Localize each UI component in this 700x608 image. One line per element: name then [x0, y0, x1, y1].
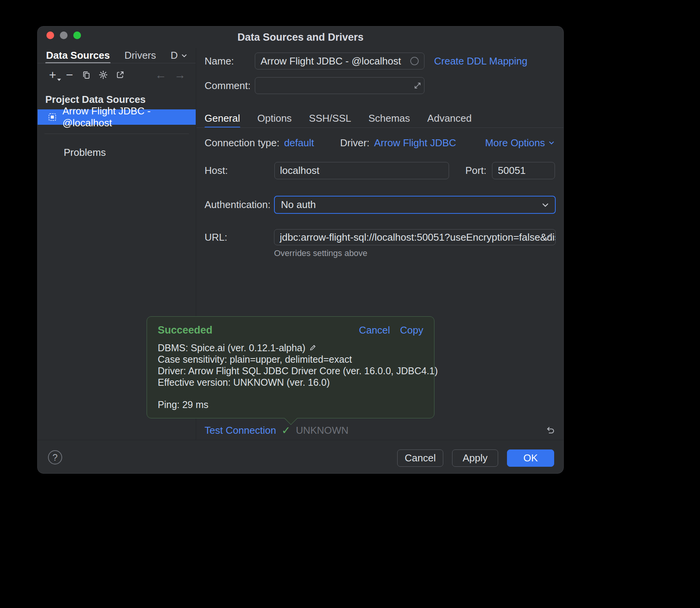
footer: ? Cancel Apply OK — [38, 440, 563, 473]
host-label: Host: — [205, 165, 274, 177]
url-input[interactable]: jdbc:arrow-flight-sql://localhost:50051?… — [274, 229, 556, 245]
settings-button[interactable] — [97, 68, 109, 81]
plus-icon: + — [49, 68, 56, 82]
apply-button[interactable]: Apply — [452, 449, 498, 467]
host-port-row: Host: localhost Port: 50051 — [205, 162, 555, 179]
connection-type-row: Connection type: default Driver: Arrow F… — [205, 136, 555, 149]
tab-ddl-mappings-truncated[interactable]: D — [171, 48, 188, 63]
tab-separator — [196, 127, 563, 128]
create-ddl-mapping-link[interactable]: Create DDL Mapping — [434, 55, 527, 67]
tab-options-label: Options — [258, 112, 292, 124]
sidebar-toolbar: + − — [38, 66, 196, 83]
tab-advanced[interactable]: Advanced — [427, 109, 472, 128]
help-button[interactable]: ? — [48, 450, 62, 464]
question-icon: ? — [53, 452, 58, 463]
chevron-down-icon — [57, 79, 61, 81]
comment-input[interactable] — [255, 77, 424, 94]
driver-label: Driver: — [340, 137, 370, 149]
result-line-case: Case sensitivity: plain=upper, delimited… — [158, 354, 423, 365]
name-value: Arrow Flight JDBC - @localhost — [261, 55, 401, 67]
open-in-new-button[interactable] — [114, 68, 126, 81]
pencil-icon[interactable] — [309, 344, 317, 352]
circle-indicator-icon — [410, 57, 419, 65]
test-connection-row: Test Connection ✓ UNKNOWN — [205, 423, 556, 438]
popup-body: DBMS: Spice.ai (ver. 0.12.1-alpha) Case … — [158, 342, 423, 410]
port-label: Port: — [466, 165, 492, 177]
sidebar-divider — [45, 134, 189, 134]
back-button[interactable]: ← — [155, 68, 167, 81]
url-row: URL: jdbc:arrow-flight-sql://localhost:5… — [205, 229, 556, 245]
connection-type-label: Connection type: — [205, 137, 279, 149]
authentication-value: No auth — [281, 199, 316, 211]
port-input[interactable]: 50051 — [492, 162, 555, 179]
window-title: Data Sources and Drivers — [38, 26, 563, 48]
sidebar-item-problems[interactable]: Problems — [64, 145, 106, 160]
result-line-dbms-text: DBMS: Spice.ai (ver. 0.12.1-alpha) — [158, 342, 305, 354]
duplicate-button[interactable] — [81, 68, 92, 81]
data-source-item-selected[interactable]: Arrow Flight JDBC - @localhost — [38, 109, 196, 125]
url-value: jdbc:arrow-flight-sql://localhost:50051?… — [280, 231, 556, 243]
popup-actions: Cancel Copy — [359, 324, 423, 336]
chevron-down-icon — [548, 139, 555, 146]
ok-button[interactable]: OK — [507, 449, 554, 467]
popup-cancel-link[interactable]: Cancel — [359, 324, 390, 336]
tab-ddl-label: D — [171, 50, 178, 61]
remove-button[interactable]: − — [64, 68, 75, 81]
tab-ssh-ssl-label: SSH/SSL — [309, 112, 351, 124]
port-value: 50051 — [498, 165, 525, 177]
tab-data-sources-label: Data Sources — [46, 50, 110, 61]
more-options-label: More Options — [485, 137, 545, 149]
comment-label: Comment: — [205, 80, 255, 92]
tab-data-sources[interactable]: Data Sources — [46, 48, 110, 63]
authentication-select[interactable]: No auth — [274, 196, 556, 214]
host-value: localhost — [280, 165, 320, 177]
footer-buttons: Cancel Apply OK — [397, 449, 554, 467]
tab-general[interactable]: General — [205, 109, 240, 128]
project-data-sources-header: Project Data Sources — [45, 93, 146, 106]
titlebar: Data Sources and Drivers — [38, 26, 563, 48]
minus-icon: − — [66, 68, 73, 82]
arrow-left-icon: ← — [155, 68, 167, 81]
test-connection-result-popup: Succeeded Cancel Copy DBMS: Spice.ai (ve… — [147, 316, 434, 418]
tab-drivers-label: Drivers — [124, 50, 156, 61]
authentication-label: Authentication: — [205, 199, 274, 211]
connection-status-text: UNKNOWN — [296, 425, 348, 436]
add-data-source-button[interactable]: + — [47, 68, 58, 81]
revert-button[interactable] — [545, 425, 556, 436]
tab-schemas[interactable]: Schemas — [368, 109, 410, 128]
undo-icon — [545, 425, 556, 436]
more-options-link[interactable]: More Options — [485, 137, 555, 149]
driver-group: Driver: Arrow Flight JDBC — [340, 137, 456, 149]
popup-header: Succeeded Cancel Copy — [158, 324, 423, 337]
host-input[interactable]: localhost — [274, 162, 449, 179]
cancel-button[interactable]: Cancel — [397, 449, 443, 467]
result-line-dbms: DBMS: Spice.ai (ver. 0.12.1-alpha) — [158, 342, 423, 354]
chevron-down-icon — [541, 201, 550, 209]
gear-icon — [98, 70, 108, 80]
forward-button[interactable]: → — [174, 68, 186, 81]
expand-icon[interactable] — [545, 233, 553, 241]
tab-general-label: General — [205, 112, 240, 124]
connection-type-value[interactable]: default — [284, 137, 314, 149]
driver-value[interactable]: Arrow Flight JDBC — [374, 137, 456, 149]
status-badge: Succeeded — [158, 324, 213, 336]
expand-icon[interactable] — [413, 81, 422, 90]
tab-options[interactable]: Options — [258, 109, 292, 128]
arrow-right-icon: → — [174, 68, 186, 81]
data-sources-dialog: Data Sources and Drivers Data Sources Dr… — [37, 26, 564, 474]
name-row: Name: Arrow Flight JDBC - @localhost Cre… — [205, 53, 527, 69]
authentication-row: Authentication: No auth — [205, 196, 556, 214]
tab-advanced-label: Advanced — [427, 112, 472, 124]
result-line-ping: Ping: 29 ms — [158, 399, 423, 410]
tab-ssh-ssl[interactable]: SSH/SSL — [309, 109, 351, 128]
name-input[interactable]: Arrow Flight JDBC - @localhost — [255, 53, 424, 69]
export-icon — [116, 70, 125, 79]
result-line-version: Effective version: UNKNOWN (ver. 16.0) — [158, 377, 423, 388]
popup-copy-link[interactable]: Copy — [400, 324, 423, 336]
test-connection-link[interactable]: Test Connection — [205, 425, 276, 436]
tab-drivers[interactable]: Drivers — [124, 48, 156, 63]
data-source-icon — [48, 112, 57, 122]
check-icon: ✓ — [281, 424, 290, 437]
form-tab-bar: General Options SSH/SSL Schemas Advanced — [205, 109, 472, 128]
result-line-driver: Driver: Arrow Flight SQL JDBC Driver Cor… — [158, 365, 423, 377]
